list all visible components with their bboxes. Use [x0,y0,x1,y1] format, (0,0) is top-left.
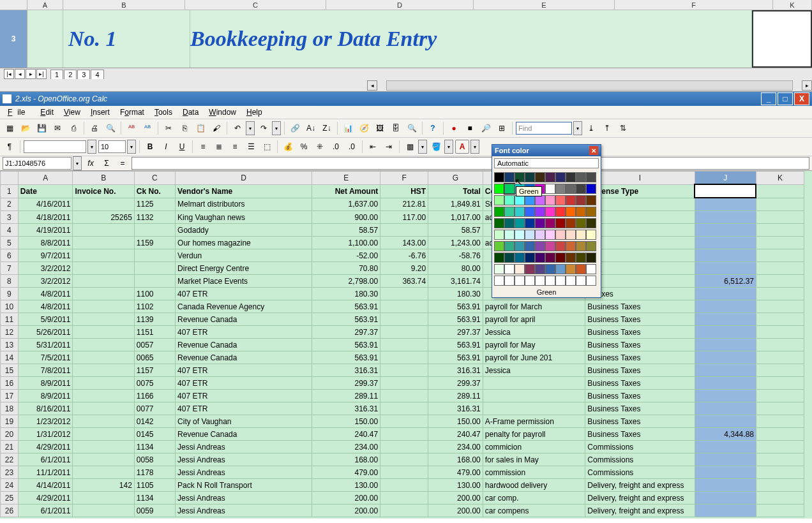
color-swatch[interactable] [586,230,596,240]
color-swatch[interactable] [504,207,515,217]
cell[interactable] [73,428,134,441]
col-header-G[interactable]: G [428,172,483,185]
cell[interactable] [380,466,428,479]
cell[interactable]: 9.20 [380,262,428,275]
cell[interactable]: 25265 [73,211,134,224]
color-swatch[interactable] [586,241,596,251]
color-swatch[interactable] [504,184,515,194]
cell[interactable]: 7/5/2011 [18,351,73,364]
cell[interactable] [695,313,756,326]
cell[interactable] [73,249,134,262]
color-swatch[interactable] [525,264,535,274]
color-swatch[interactable] [555,172,566,182]
cell[interactable] [380,300,428,313]
window-maximize-button[interactable]: □ [778,92,793,105]
cell[interactable]: 563.91 [428,313,483,326]
cell[interactable]: 8/8/2011 [18,237,73,249]
cell[interactable]: 297.37 [312,326,380,339]
cell[interactable]: ng [585,237,695,249]
color-swatch[interactable] [525,230,535,240]
cell[interactable]: 58.57 [312,224,380,237]
cell[interactable]: 212.81 [380,198,428,211]
cell[interactable]: 8/16/2011 [18,402,73,415]
color-swatch[interactable] [545,276,555,286]
cell[interactable] [756,275,804,288]
paste-icon[interactable]: 📋 [193,121,207,135]
cell[interactable]: Jessica [483,326,585,339]
merge-cells-icon[interactable]: ⬚ [260,140,274,154]
row-header[interactable]: 8 [1,275,19,288]
cell[interactable]: 297.37 [428,326,483,339]
color-swatch[interactable] [566,207,576,217]
cell[interactable] [380,415,428,428]
cell[interactable] [73,262,134,275]
cell[interactable] [73,300,134,313]
color-swatch[interactable] [494,230,504,240]
cell[interactable]: 316.31 [428,402,483,415]
color-swatch[interactable] [494,184,504,194]
cell[interactable]: 7/8/2011 [18,364,73,377]
color-swatch[interactable] [494,276,504,286]
cell[interactable] [756,300,804,313]
cell[interactable]: Business Taxes [585,402,695,415]
decrease-indent-icon[interactable]: ⇤ [366,140,380,154]
col-header-I[interactable]: I [585,172,695,185]
col-header-corner[interactable] [1,172,19,185]
cell[interactable] [134,224,175,237]
color-swatch[interactable] [494,253,504,263]
color-swatch[interactable] [545,207,555,217]
row-header[interactable]: 11 [1,313,19,326]
font-size-input[interactable] [98,140,126,153]
spreadsheet-grid[interactable]: ABCDEFGHIJK1DateInvoice No.Ck No.Vendor'… [0,171,812,519]
cell[interactable]: 479.00 [312,466,380,479]
color-swatch[interactable] [504,253,515,263]
cell[interactable] [73,288,134,300]
cut-icon[interactable]: ✂ [162,121,176,135]
cell[interactable]: 1139 [134,313,175,326]
color-swatch[interactable] [504,218,515,228]
cell[interactable] [380,402,428,415]
row-header[interactable]: 2 [1,198,19,211]
cell[interactable] [73,339,134,351]
datasources-icon[interactable]: 🗄 [389,121,403,135]
cell[interactable]: 1,017.00 [428,211,483,224]
header-cell[interactable]: HST [380,184,428,198]
row-header[interactable]: 26 [1,505,19,517]
cell[interactable]: 1125 [134,198,175,211]
color-swatch[interactable] [586,184,596,194]
color-swatch[interactable] [555,241,566,251]
cell[interactable]: King Vaughan news [176,211,312,224]
cell[interactable]: 1/31/2012 [18,428,73,441]
cell[interactable] [380,288,428,300]
cell[interactable]: 1,849.81 [428,198,483,211]
cell[interactable] [380,492,428,505]
color-swatch[interactable] [515,241,525,251]
cell[interactable]: Direct Energy Centre [176,262,312,275]
cell[interactable] [756,224,804,237]
redo-icon[interactable]: ↷ [257,121,271,135]
cell[interactable]: 0058 [134,453,175,466]
cell[interactable] [695,351,756,364]
color-swatch[interactable] [515,218,525,228]
cell[interactable]: payroll for May [483,339,585,351]
cell[interactable] [756,402,804,415]
cell[interactable] [73,224,134,237]
color-swatch[interactable] [525,172,535,182]
color-swatch[interactable] [515,264,525,274]
color-swatch[interactable] [586,253,596,263]
row-header[interactable]: 6 [1,249,19,262]
cell[interactable]: 4/29/2011 [18,492,73,505]
cell[interactable] [380,339,428,351]
cell[interactable]: Melmart distributors [176,198,312,211]
tab-nav-next-icon[interactable]: ▸ [26,69,36,79]
menu-format[interactable]: Format [115,107,149,118]
cell[interactable]: s Taxes [585,288,695,300]
cell[interactable] [73,351,134,364]
cell[interactable]: 4/8/2011 [18,300,73,313]
background-row-3-header[interactable]: 3 [0,10,27,68]
color-swatch[interactable] [515,172,525,182]
cell[interactable]: Business Taxes [585,364,695,377]
sheet-tab-4[interactable]: 4 [91,70,103,79]
row-header[interactable]: 24 [1,479,19,492]
cell[interactable]: 1159 [134,237,175,249]
